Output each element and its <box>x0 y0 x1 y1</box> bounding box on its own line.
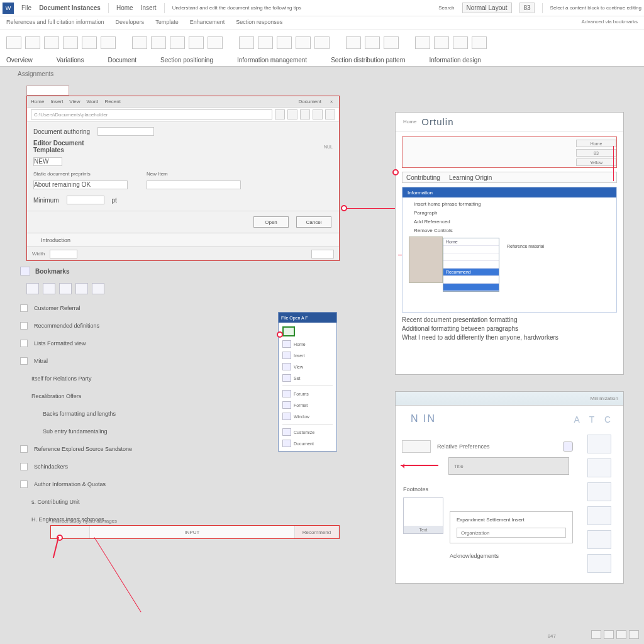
gallery-thumb[interactable] <box>239 36 254 49</box>
gallery-thumb[interactable] <box>63 36 78 49</box>
fp-r6[interactable]: Window <box>294 414 309 419</box>
fp-icon[interactable] <box>282 340 291 348</box>
rt-0[interactable]: References and full citation information <box>6 19 104 30</box>
dh-5[interactable]: Document <box>299 99 321 104</box>
toolbar-btn[interactable] <box>313 109 323 119</box>
dh-0[interactable]: Home <box>31 99 44 104</box>
gallery-thumb[interactable] <box>101 36 116 49</box>
ol-10[interactable]: Author Information & Quotas <box>34 481 106 487</box>
gallery-thumb[interactable] <box>258 36 273 49</box>
cm-2[interactable] <box>443 253 499 261</box>
gallery-thumb[interactable] <box>277 36 292 49</box>
dh-1[interactable]: Insert <box>50 99 63 104</box>
close-icon[interactable]: × <box>328 99 335 104</box>
dh-4[interactable]: Recent <box>105 99 121 104</box>
fld1-input[interactable] <box>97 127 154 136</box>
gallery-thumb[interactable] <box>434 36 449 49</box>
gallery-thumb[interactable] <box>365 36 380 49</box>
fp-selected[interactable] <box>282 326 295 336</box>
side-tool[interactable] <box>587 554 611 573</box>
bar-cell3[interactable]: Recommend <box>295 526 339 538</box>
pb-title-input[interactable]: Title <box>448 457 569 475</box>
dh-2[interactable]: View <box>69 99 80 104</box>
rt-1[interactable]: Developers <box>116 19 145 30</box>
ol-1[interactable]: Recommended definitions <box>34 323 99 329</box>
gallery-thumb[interactable] <box>415 36 430 49</box>
fp-icon[interactable] <box>282 374 291 382</box>
side-tool[interactable] <box>587 530 611 549</box>
gallery-thumb[interactable] <box>44 36 59 49</box>
toolbar-btn[interactable] <box>300 109 310 119</box>
ol-tool[interactable] <box>43 283 55 294</box>
toolbar-btn[interactable] <box>287 109 297 119</box>
ol-7[interactable]: Sub entry fundamentaling <box>43 428 108 435</box>
cm-1[interactable] <box>443 246 499 253</box>
ol-9[interactable]: Schindackers <box>34 464 68 470</box>
gallery-thumb[interactable] <box>6 36 21 49</box>
opt-input[interactable] <box>67 196 104 204</box>
col1-input[interactable]: About remaining OK <box>33 180 128 189</box>
side-tool[interactable] <box>587 458 611 477</box>
cancel-button[interactable]: Cancel <box>296 216 331 228</box>
cm-sel2[interactable] <box>443 284 499 291</box>
pt-side-2[interactable]: Yellow <box>576 158 616 166</box>
ol-3[interactable]: Mitral <box>34 358 48 364</box>
rt-4[interactable]: Section responses <box>236 19 282 30</box>
cm-0[interactable]: Home <box>443 238 499 246</box>
fp-icon[interactable] <box>282 413 291 420</box>
pt-side-0[interactable]: Home <box>576 140 616 147</box>
cm-sel[interactable]: Recommend <box>443 269 499 276</box>
fp-r1[interactable]: Insert <box>294 353 305 358</box>
ol-tool[interactable] <box>92 283 104 294</box>
fp-r2[interactable]: View <box>294 365 303 369</box>
fp-icon[interactable] <box>282 363 291 370</box>
fp-r5[interactable]: Format <box>294 403 308 408</box>
side-tool[interactable] <box>587 506 611 525</box>
cm-3[interactable] <box>443 261 499 269</box>
layout-toggle[interactable]: Normal Layout <box>462 3 512 13</box>
gallery-thumb[interactable] <box>346 36 361 49</box>
fp-icon[interactable] <box>282 428 291 436</box>
ol-11[interactable]: s. Contributing Unit <box>31 499 80 505</box>
side-tool[interactable] <box>587 435 611 453</box>
doc-tab[interactable] <box>26 86 69 96</box>
gallery-thumb[interactable] <box>25 36 40 49</box>
fp-titlebar[interactable]: File Open A F <box>279 313 336 323</box>
toolbar-btn[interactable] <box>325 109 335 119</box>
gallery-thumb[interactable] <box>170 36 185 49</box>
ft-input2[interactable] <box>311 250 334 258</box>
gallery-thumb[interactable] <box>384 36 399 49</box>
fp-r8[interactable]: Document <box>294 441 314 446</box>
gallery-thumb[interactable] <box>208 36 223 49</box>
pb-card[interactable]: Text <box>403 497 443 534</box>
zoom-btn[interactable] <box>629 630 639 639</box>
ol-tool[interactable] <box>26 283 39 294</box>
toolbar-btn[interactable] <box>275 109 285 119</box>
help-icon[interactable] <box>563 441 573 452</box>
zoom-btn[interactable] <box>604 630 614 639</box>
gallery-thumb[interactable] <box>132 36 147 49</box>
fp-icon[interactable] <box>282 352 291 359</box>
context-menu[interactable]: Home Recommend <box>443 238 499 292</box>
cm-5[interactable] <box>443 276 499 284</box>
gallery-thumb[interactable] <box>151 36 166 49</box>
ol-0[interactable]: Customer Referral <box>34 305 80 311</box>
gallery-thumb[interactable] <box>296 36 311 49</box>
gallery-thumb[interactable] <box>453 36 468 49</box>
fp-icon[interactable] <box>282 440 291 447</box>
pt-doc-title[interactable]: Information <box>402 187 616 197</box>
zoom-btn[interactable] <box>616 630 626 639</box>
fp-r3[interactable]: Set <box>294 376 301 380</box>
ol-8[interactable]: Reference Explored Source Sandstone <box>34 446 132 452</box>
pt-side-1[interactable]: 83 <box>576 149 616 157</box>
side-tool[interactable] <box>587 482 611 501</box>
qat-insert[interactable]: Insert <box>141 4 157 11</box>
fp-r7[interactable]: Customize <box>294 430 314 435</box>
rt-3[interactable]: Enhancement <box>190 19 225 30</box>
pb-chip[interactable] <box>402 440 431 453</box>
qat-file[interactable]: File <box>21 4 31 11</box>
col2-input[interactable] <box>147 180 241 189</box>
fp-icon[interactable] <box>282 390 291 397</box>
fp-icon[interactable] <box>282 401 291 409</box>
dh-3[interactable]: Word <box>87 99 99 104</box>
